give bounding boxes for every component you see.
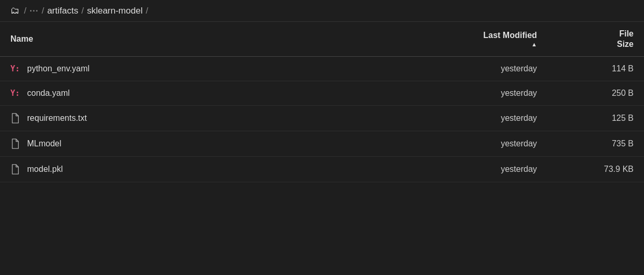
- table-row[interactable]: model.pklyesterday73.9 KB: [0, 157, 644, 182]
- cell-size-0: 114 B: [548, 57, 644, 81]
- file-table: Name Last Modified ▲ File Size Y:python_…: [0, 22, 644, 182]
- cell-name-3: MLmodel: [0, 131, 418, 157]
- sort-arrow-icon: ▲: [531, 41, 537, 47]
- breadcrumb-sep-4: /: [146, 6, 148, 16]
- file-icon: [10, 113, 22, 123]
- table-header-row: Name Last Modified ▲ File Size: [0, 22, 644, 57]
- yaml-icon: Y:: [10, 89, 22, 98]
- column-header-modified[interactable]: Last Modified ▲: [418, 22, 547, 57]
- breadcrumb-sep-3: /: [81, 6, 84, 16]
- yaml-icon: Y:: [10, 64, 22, 73]
- cell-name-2: requirements.txt: [0, 106, 418, 131]
- cell-name-4: model.pkl: [0, 157, 418, 182]
- cell-name-1: Y:conda.yaml: [0, 81, 418, 106]
- cell-size-4: 73.9 KB: [548, 157, 644, 182]
- file-name[interactable]: model.pkl: [27, 165, 63, 174]
- cell-size-2: 125 B: [548, 106, 644, 131]
- cell-modified-0: yesterday: [418, 57, 547, 81]
- breadcrumb-artifacts[interactable]: artifacts: [47, 6, 79, 16]
- folder-icon: 🗂: [10, 5, 20, 16]
- file-name[interactable]: requirements.txt: [27, 114, 87, 123]
- cell-modified-3: yesterday: [418, 131, 547, 157]
- table-row[interactable]: Y:python_env.yamlyesterday114 B: [0, 57, 644, 81]
- cell-modified-4: yesterday: [418, 157, 547, 182]
- cell-modified-1: yesterday: [418, 81, 547, 106]
- column-header-size[interactable]: File Size: [548, 22, 644, 57]
- breadcrumb: 🗂 / ··· / artifacts / sklearn-model /: [0, 0, 644, 22]
- cell-size-1: 250 B: [548, 81, 644, 106]
- table-row[interactable]: Y:conda.yamlyesterday250 B: [0, 81, 644, 106]
- file-name[interactable]: MLmodel: [27, 139, 61, 148]
- cell-name-0: Y:python_env.yaml: [0, 57, 418, 81]
- table-row[interactable]: requirements.txtyesterday125 B: [0, 106, 644, 131]
- breadcrumb-ellipsis[interactable]: ···: [30, 6, 39, 16]
- file-name[interactable]: python_env.yaml: [27, 64, 90, 73]
- breadcrumb-sep-2: /: [42, 6, 44, 16]
- table-row[interactable]: MLmodelyesterday735 B: [0, 131, 644, 157]
- file-icon: [10, 164, 22, 174]
- file-name[interactable]: conda.yaml: [27, 89, 70, 98]
- column-header-name[interactable]: Name: [0, 22, 418, 57]
- breadcrumb-sklearn-model[interactable]: sklearn-model: [87, 6, 143, 16]
- cell-modified-2: yesterday: [418, 106, 547, 131]
- cell-size-3: 735 B: [548, 131, 644, 157]
- file-icon: [10, 139, 22, 149]
- breadcrumb-sep-1: /: [24, 6, 27, 16]
